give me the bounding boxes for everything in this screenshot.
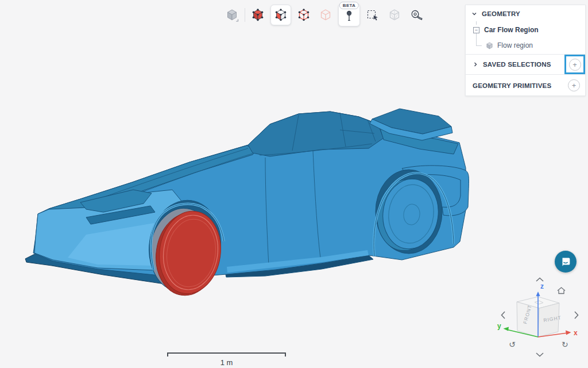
tree-item-flow-region[interactable]: Flow region: [466, 38, 585, 53]
selection-mode-button[interactable]: [223, 6, 241, 24]
selection-toolbar: BETA: [223, 2, 425, 26]
y-axis-label: y: [497, 322, 501, 330]
scale-bar: 1 m: [167, 352, 286, 367]
hide-isolate-button[interactable]: [385, 6, 404, 24]
tree-parent-label: Car Flow Region: [484, 26, 539, 34]
tape-measure-icon: [409, 8, 423, 22]
cube-outline-gray-icon: [388, 8, 401, 22]
select-volume-button[interactable]: [249, 6, 267, 24]
select-face-button[interactable]: [270, 5, 291, 25]
marquee-cursor-icon: [366, 8, 380, 22]
cube-small-icon: [485, 41, 494, 50]
chevron-down-icon: [471, 11, 477, 17]
probe-point-button[interactable]: BETA: [338, 3, 360, 26]
z-axis-label: z: [540, 282, 544, 290]
scale-bar-label: 1 m: [167, 358, 286, 367]
geometry-primitives-label: GEOMETRY PRIMITIVES: [473, 82, 551, 89]
home-view-icon[interactable]: [558, 288, 565, 294]
rotate-right-chevron[interactable]: [575, 312, 578, 319]
rotate-ccw-icon[interactable]: ↺: [509, 340, 516, 349]
probe-pin-icon: [342, 8, 356, 22]
orientation-widget[interactable]: FRONT RIGHT z y x ↺ ↻: [494, 275, 586, 367]
collapse-toggle-icon[interactable]: −: [473, 27, 479, 33]
add-saved-selection-button[interactable]: +: [569, 59, 581, 71]
select-vertex-button[interactable]: [316, 6, 335, 24]
geometry-panel: GEOMETRY − Car Flow Region Flow region S…: [465, 5, 586, 96]
chevron-right-icon: [473, 62, 478, 67]
cube-gray-icon: [225, 8, 239, 22]
cube-volume-red-icon: [251, 8, 265, 22]
rotate-cw-icon[interactable]: ↻: [562, 340, 568, 349]
measure-button[interactable]: [407, 6, 425, 24]
add-geometry-primitive-button[interactable]: +: [568, 79, 580, 91]
cube-faded-icon: [319, 8, 332, 22]
chat-bubble-icon: [559, 255, 572, 268]
tree-item-car-flow-region[interactable]: − Car Flow Region: [466, 23, 585, 37]
cube-edges-red-icon: [297, 8, 311, 22]
toolbar-divider: [245, 8, 245, 22]
geometry-primitives-header[interactable]: GEOMETRY PRIMITIVES +: [466, 74, 585, 96]
geometry-section-header[interactable]: GEOMETRY: [466, 5, 585, 22]
beta-badge: BETA: [339, 2, 359, 9]
select-edge-button[interactable]: [295, 6, 313, 24]
cube-face-red-icon: [274, 8, 288, 22]
car-model[interactable]: [25, 109, 469, 300]
saved-selections-label: SAVED SELECTIONS: [483, 61, 551, 68]
chat-support-button[interactable]: [555, 251, 577, 273]
add-saved-selection-highlight: +: [564, 55, 585, 74]
rotate-left-chevron[interactable]: [502, 312, 505, 319]
scale-bar-line: [167, 352, 286, 356]
x-axis-label: x: [574, 329, 578, 337]
geometry-section-label: GEOMETRY: [482, 10, 520, 17]
rotate-down-chevron[interactable]: [536, 353, 543, 356]
rotate-up-chevron[interactable]: [536, 278, 543, 282]
tree-child-label: Flow region: [497, 41, 533, 49]
box-select-button[interactable]: [363, 6, 382, 24]
